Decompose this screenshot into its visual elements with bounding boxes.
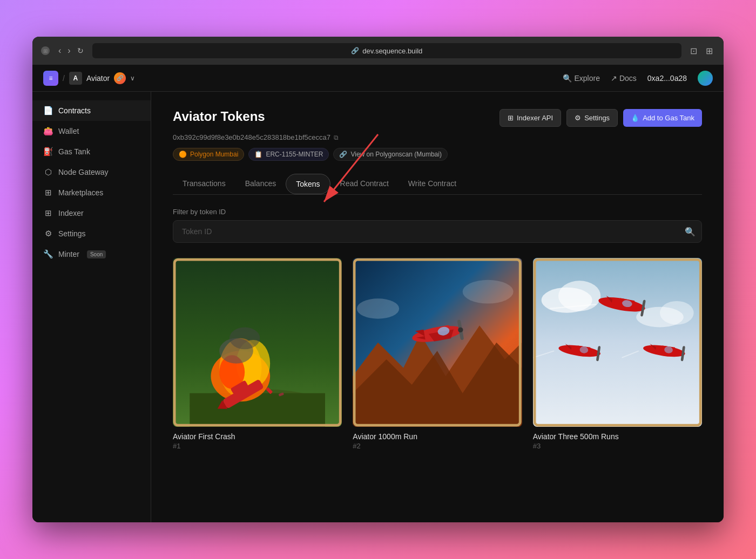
browser-controls: ⊞ (41, 46, 50, 55)
minter-icon: 🔧 (43, 249, 53, 259)
sidebar-item-label: Gas Tank (58, 147, 90, 156)
external-link-icon: ↗ (611, 74, 617, 83)
tab-write-contract[interactable]: Write Contract (399, 174, 466, 195)
token-name-2: Aviator 1000m Run (353, 432, 522, 441)
sidebar-item-node-gateway[interactable]: ⬡ Node Gateway (32, 162, 151, 182)
token-image-1 (173, 258, 342, 427)
project-icon: 🔗 (114, 72, 126, 84)
tab-list-btn[interactable]: ⊞ (41, 46, 50, 55)
header-left: ≡ / A Aviator 🔗 ∨ (43, 71, 563, 86)
sidebar-item-label: Node Gateway (58, 168, 109, 176)
project-name: Aviator (86, 74, 110, 83)
search-button[interactable]: 🔍 (685, 227, 696, 237)
browser-chrome: ⊞ ‹ › ↻ 🔗 dev.sequence.build ⊡ ⊞ (32, 37, 724, 65)
gas-tank-icon: ⛽ (43, 147, 53, 156)
wallet-icon: 👛 (43, 126, 53, 136)
svg-point-33 (660, 301, 694, 325)
svg-point-8 (230, 327, 260, 349)
svg-point-17 (463, 280, 514, 304)
lock-icon: 🔗 (351, 47, 359, 54)
contracts-icon: 📄 (43, 106, 53, 115)
token-art-2 (353, 258, 522, 427)
token-name-3: Aviator Three 500m Runs (533, 432, 702, 441)
title-section: Aviator Tokens (173, 109, 265, 124)
settings-icon: ⚙ (43, 229, 53, 238)
sidebar-item-contracts[interactable]: 📄 Contracts (32, 100, 151, 121)
sidebar-item-label: Wallet (58, 127, 79, 135)
add-gas-tank-button[interactable]: 💧 Add to Gas Tank (623, 109, 702, 127)
sidebar-item-label: Minter (58, 250, 79, 258)
browser-actions: ⊡ ⊞ (688, 44, 715, 58)
token-name-1: Aviator First Crash (173, 432, 342, 441)
sidebar-item-label: Marketplaces (58, 188, 103, 197)
refresh-button[interactable]: ↻ (75, 44, 86, 57)
token-art-1 (173, 258, 342, 427)
content-header: Aviator Tokens ⊞ Indexer API ⚙ Settings … (173, 109, 702, 127)
contract-address: 0xb392c99d9f8e3e0b248e5c283818be1bf5cecc… (173, 133, 702, 141)
sidebar-item-minter[interactable]: 🔧 Minter Soon (32, 244, 151, 264)
contract-tabs: Transactions Balances Tokens Read Contra… (173, 174, 702, 195)
sidebar-item-indexer[interactable]: ⊞ Indexer (32, 203, 151, 223)
search-icon: 🔍 (563, 74, 572, 83)
sidebar-item-label: Settings (58, 229, 86, 238)
token-image-3 (533, 258, 702, 427)
tab-tokens[interactable]: Tokens (286, 174, 330, 194)
docs-link[interactable]: ↗ Docs (611, 74, 637, 83)
sidebar-item-wallet[interactable]: 👛 Wallet (32, 121, 151, 141)
contract-type-icon: 📋 (254, 151, 262, 158)
svg-rect-29 (533, 258, 702, 427)
network-tag: 🟠 Polygon Mumbai (173, 148, 244, 161)
soon-badge: Soon (87, 250, 106, 258)
project-dropdown-chevron[interactable]: ∨ (130, 74, 135, 82)
token-id-3: #3 (533, 442, 702, 450)
sidebar-item-settings[interactable]: ⚙ Settings (32, 223, 151, 244)
main-content: Aviator Tokens ⊞ Indexer API ⚙ Settings … (151, 92, 724, 467)
filter-label: Filter by token ID (173, 208, 702, 216)
header-actions: ⊞ Indexer API ⚙ Settings 💧 Add to Gas Ta… (500, 109, 702, 127)
app-header: ≡ / A Aviator 🔗 ∨ 🔍 Explore ↗ Docs 0xa2.… (32, 65, 724, 92)
split-view-button[interactable]: ⊞ (704, 44, 715, 58)
token-id-2: #2 (353, 442, 522, 450)
share-button[interactable]: ⊡ (688, 44, 699, 58)
header-right: 🔍 Explore ↗ Docs 0xa2...0a28 (563, 71, 713, 86)
token-card-2[interactable]: Aviator 1000m Run #2 (353, 258, 522, 450)
breadcrumb-separator: / (63, 74, 65, 83)
sidebar-item-marketplaces[interactable]: ⊞ Marketplaces (32, 182, 151, 203)
sidebar-item-gas-tank[interactable]: ⛽ Gas Tank (32, 141, 151, 162)
logo-icon[interactable]: ≡ (43, 71, 58, 86)
token-image-2 (353, 258, 522, 427)
link-icon: 🔗 (339, 151, 347, 158)
explorer-link-tag[interactable]: 🔗 View on Polygonscan (Mumbai) (333, 148, 448, 161)
tab-balances[interactable]: Balances (235, 174, 286, 195)
token-art-3 (533, 258, 702, 427)
page-title: Aviator Tokens (173, 109, 265, 124)
tags: 🟠 Polygon Mumbai 📋 ERC-1155-MINTER 🔗 Vie… (173, 148, 702, 161)
node-gateway-icon: ⬡ (43, 167, 53, 177)
back-button[interactable]: ‹ (56, 44, 63, 58)
tab-transactions[interactable]: Transactions (173, 174, 235, 195)
marketplaces-icon: ⊞ (43, 188, 53, 197)
search-wrap: 🔍 (173, 220, 702, 243)
breadcrumb-project-avatar: A (69, 72, 82, 85)
token-card-3[interactable]: Aviator Three 500m Runs #3 (533, 258, 702, 450)
token-grid: Aviator First Crash #1 (173, 258, 702, 450)
indexer-api-button[interactable]: ⊞ Indexer API (500, 109, 561, 127)
indexer-icon: ⊞ (43, 208, 53, 218)
svg-rect-2 (190, 393, 325, 427)
address-bar[interactable]: 🔗 dev.sequence.build (92, 43, 681, 58)
copy-address-button[interactable]: ⧉ (334, 134, 339, 141)
token-card-1[interactable]: Aviator First Crash #1 (173, 258, 342, 450)
app-body: 📄 Contracts 👛 Wallet ⛽ Gas Tank ⬡ Node G… (32, 92, 724, 522)
logo-symbol: ≡ (49, 74, 52, 82)
token-id-search[interactable] (173, 220, 702, 243)
forward-button[interactable]: › (65, 44, 72, 58)
nav-arrows: ‹ › ↻ (56, 44, 86, 58)
user-avatar[interactable] (698, 71, 713, 86)
tab-read-contract[interactable]: Read Contract (330, 174, 399, 195)
network-icon: 🟠 (179, 151, 187, 158)
settings-button[interactable]: ⚙ Settings (566, 109, 618, 127)
explore-link[interactable]: 🔍 Explore (563, 74, 599, 83)
svg-point-16 (357, 298, 399, 319)
sidebar-item-label: Contracts (58, 106, 91, 115)
indexer-api-icon: ⊞ (508, 114, 514, 122)
